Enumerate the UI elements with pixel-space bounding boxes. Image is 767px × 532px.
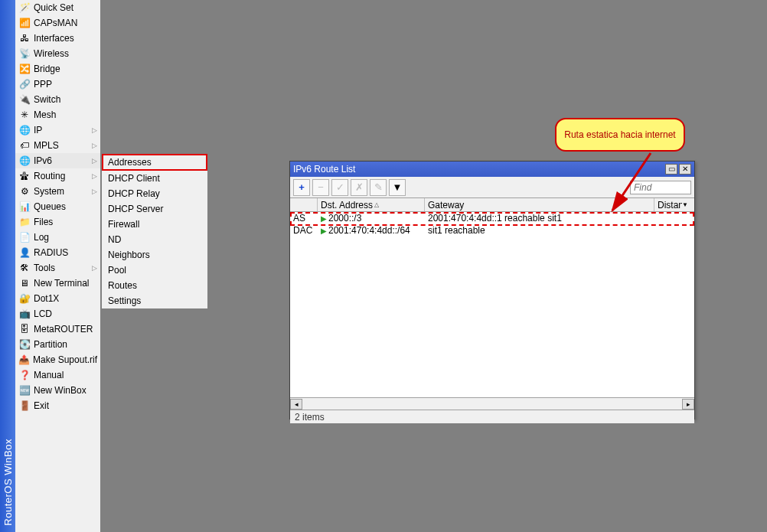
newwb-icon: 🆕 (18, 384, 31, 397)
sidebar-item-wireless[interactable]: 📡Wireless (15, 46, 100, 61)
sidebar-item-new-winbox[interactable]: 🆕New WinBox (15, 383, 100, 398)
submenu-item-label: Pool (108, 265, 126, 276)
sidebar-item-bridge[interactable]: 🔀Bridge (15, 61, 100, 77)
sidebar-item-metarouter[interactable]: 🗄MetaROUTER (15, 321, 100, 337)
window-close-button[interactable]: ✕ (679, 164, 691, 175)
sidebar-item-label: Routing (34, 171, 92, 181)
add-button[interactable]: + (293, 179, 310, 196)
ppp-icon: 🔗 (18, 78, 31, 90)
horizontal-scrollbar[interactable]: ◂ ▸ (290, 397, 694, 410)
submenu-item-dhcp-server[interactable]: DHCP Server (102, 201, 207, 217)
sidebar-item-routing[interactable]: 🛣Routing▷ (15, 168, 100, 184)
ipv6-icon: 🌐 (18, 155, 31, 167)
sidebar-item-ppp[interactable]: 🔗PPP (15, 77, 100, 92)
radius-icon: 👤 (18, 246, 31, 259)
bridge-icon: 🔀 (18, 63, 31, 75)
sidebar-item-log[interactable]: 📄Log (15, 230, 100, 245)
sidebar-item-interfaces[interactable]: 🖧Interfaces (15, 31, 100, 46)
find-input[interactable] (630, 181, 691, 194)
ip-icon: 🌐 (18, 124, 31, 136)
window-titlebar[interactable]: IPv6 Route List ▭ ✕ (290, 162, 694, 177)
sidebar-item-mpls[interactable]: 🏷MPLS▷ (15, 138, 100, 153)
sidebar-item-label: Dot1X (34, 293, 97, 304)
submenu-item-routes[interactable]: Routes (102, 278, 207, 293)
sidebar-item-label: RADIUS (34, 247, 97, 258)
sidebar-item-label: IPv6 (34, 155, 92, 166)
sidebar-item-switch[interactable]: 🔌Switch (15, 92, 100, 107)
submenu-item-dhcp-relay[interactable]: DHCP Relay (102, 186, 207, 201)
submenu-item-nd[interactable]: ND (102, 232, 207, 247)
comment-button[interactable]: ✎ (370, 179, 387, 196)
route-active-icon: ▶ (321, 214, 327, 223)
window-minimize-button[interactable]: ▭ (665, 164, 677, 175)
column-menu-icon[interactable]: ▼ (682, 201, 688, 208)
switch-icon: 🔌 (18, 93, 31, 106)
sidebar-item-dot1x[interactable]: 🔐Dot1X (15, 291, 100, 306)
wand-icon: 🪄 (18, 2, 31, 14)
sidebar-item-tools[interactable]: 🛠Tools▷ (15, 260, 100, 276)
remove-button[interactable]: − (312, 179, 329, 196)
scroll-right-button[interactable]: ▸ (682, 399, 694, 410)
sidebar-item-radius[interactable]: 👤RADIUS (15, 245, 100, 260)
column-distance[interactable]: Distanc▼ (654, 198, 691, 211)
grid-header: Dst. Address△ Gateway Distanc▼ (290, 198, 694, 212)
manual-icon: ❓ (18, 369, 31, 381)
sidebar-item-capsman[interactable]: 📶CAPsMAN (15, 15, 100, 31)
sidebar-item-label: Tools (34, 263, 92, 273)
sidebar-item-ip[interactable]: 🌐IP▷ (15, 122, 100, 138)
sidebar-item-mesh[interactable]: ✳Mesh (15, 107, 100, 122)
queues-icon: 📊 (18, 201, 31, 213)
column-dst-address[interactable]: Dst. Address△ (318, 198, 425, 211)
lcd-icon: 📺 (18, 308, 31, 320)
submenu-item-pool[interactable]: Pool (102, 263, 207, 278)
submenu-arrow-icon: ▷ (92, 126, 97, 134)
table-row[interactable]: DAC▶2001:470:4:4dd::/64sit1 reachable (290, 224, 694, 237)
sidebar-item-ipv6[interactable]: 🌐IPv6▷ (15, 153, 100, 168)
column-flags[interactable] (290, 198, 318, 211)
grid-body: AS▶2000::/32001:470:4:4dd::1 reachable s… (290, 212, 694, 397)
system-icon: ⚙ (18, 185, 31, 197)
window-title: IPv6 Route List (293, 164, 664, 175)
mesh-icon: ✳ (18, 109, 31, 121)
sidebar-item-label: LCD (34, 308, 97, 319)
sidebar-item-queues[interactable]: 📊Queues (15, 199, 100, 214)
sidebar-item-label: New WinBox (34, 385, 97, 396)
sidebar-item-manual[interactable]: ❓Manual (15, 367, 100, 383)
column-gateway[interactable]: Gateway (425, 198, 654, 211)
sidebar-item-make-supout-rif[interactable]: 📤Make Supout.rif (15, 352, 100, 367)
cell-dst: ▶2001:470:4:4dd::/64 (318, 225, 425, 236)
cell-gateway: sit1 reachable (425, 225, 654, 236)
window-toolbar: + − ✓ ✗ ✎ ▼ (290, 177, 694, 198)
submenu-item-addresses[interactable]: Addresses (102, 154, 207, 171)
sidebar-item-label: Make Supout.rif (33, 354, 97, 365)
sidebar-item-label: IP (34, 125, 92, 135)
submenu-item-label: Neighbors (108, 250, 150, 260)
filter-button[interactable]: ▼ (389, 179, 406, 196)
mpls-icon: 🏷 (18, 139, 31, 152)
submenu-item-settings[interactable]: Settings (102, 293, 207, 308)
submenu-item-dhcp-client[interactable]: DHCP Client (102, 171, 207, 186)
sidebar-item-partition[interactable]: 💽Partition (15, 337, 100, 352)
sidebar-item-files[interactable]: 📁Files (15, 214, 100, 230)
cell-flags: AS (290, 213, 318, 224)
sidebar-item-exit[interactable]: 🚪Exit (15, 398, 100, 413)
sidebar-item-label: CAPsMAN (34, 18, 97, 28)
table-row[interactable]: AS▶2000::/32001:470:4:4dd::1 reachable s… (290, 212, 694, 224)
disable-button[interactable]: ✗ (351, 179, 367, 196)
sidebar-item-system[interactable]: ⚙System▷ (15, 184, 100, 199)
enable-button[interactable]: ✓ (331, 179, 348, 196)
scroll-left-button[interactable]: ◂ (290, 399, 302, 410)
sidebar-item-label: Wireless (34, 48, 97, 59)
meta-icon: 🗄 (18, 323, 31, 335)
submenu-item-neighbors[interactable]: Neighbors (102, 247, 207, 263)
submenu-item-firewall[interactable]: Firewall (102, 217, 207, 232)
sidebar-item-quick-set[interactable]: 🪄Quick Set (15, 0, 100, 15)
scroll-track[interactable] (302, 399, 682, 410)
sidebar: 🪄Quick Set📶CAPsMAN🖧Interfaces📡Wireless🔀B… (15, 0, 101, 532)
annotation-callout: Ruta estatica hacia internet (555, 118, 685, 152)
sidebar-item-lcd[interactable]: 📺LCD (15, 306, 100, 321)
sidebar-item-label: New Terminal (34, 278, 97, 289)
sidebar-item-new-terminal[interactable]: 🖥New Terminal (15, 276, 100, 291)
sidebar-item-label: Bridge (34, 64, 97, 74)
status-bar: 2 items (290, 410, 694, 423)
